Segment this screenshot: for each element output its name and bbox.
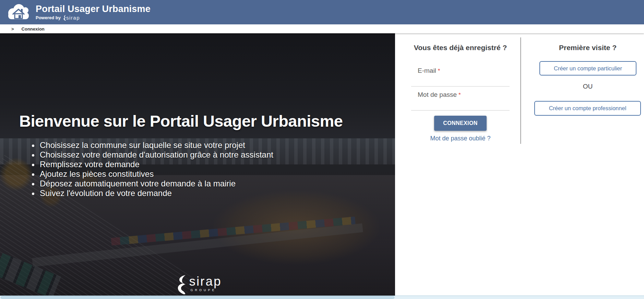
hero-bullet-list: Choisissez la commune sur laquelle se si… — [33, 140, 273, 198]
breadcrumb-item-connexion[interactable]: Connexion — [22, 26, 45, 32]
hero-banner: Bienvenue sur le Portail Usager Urbanism… — [0, 33, 395, 296]
sirap-bird-icon — [173, 275, 187, 294]
sirap-groupe-logo: sirap GROUPE — [173, 275, 222, 294]
sirap-wordmark-small: sirap — [66, 15, 80, 21]
hero-bullet: Déposez automatiquement votre demande à … — [39, 179, 273, 188]
cloud-house-logo-icon — [6, 3, 31, 22]
password-field[interactable] — [411, 100, 510, 111]
app-header: Portail Usager Urbanisme Powered by sira… — [0, 0, 644, 24]
signup-heading: Première visite ? — [539, 44, 636, 52]
header-titles: Portail Usager Urbanisme Powered by sira… — [36, 4, 151, 21]
login-heading: Vous êtes déjà enregistré ? — [411, 44, 510, 52]
breadcrumb: > Connexion — [0, 24, 644, 33]
hero-bullet: Remplissez votre demande — [39, 160, 273, 169]
sirap-wordmark: sirap — [189, 275, 222, 288]
sirap-groupe-label: GROUPE — [190, 288, 222, 292]
email-field[interactable] — [411, 76, 510, 87]
account-panel: Vous êtes déjà enregistré ? E-mail* Mot … — [395, 33, 644, 296]
email-label: E-mail* — [418, 67, 440, 74]
powered-by-label: Powered by — [36, 15, 61, 20]
breadcrumb-separator: > — [11, 26, 14, 32]
create-individual-account-button[interactable]: Créer un compte particulier — [539, 61, 636, 76]
or-separator: OU — [573, 83, 602, 90]
create-professional-account-button[interactable]: Créer un compte professionnel — [534, 101, 641, 116]
hero-bullet: Choisissez la commune sur laquelle se si… — [39, 140, 273, 150]
app-title: Portail Usager Urbanisme — [36, 4, 151, 14]
sirap-logo-small: sirap — [62, 15, 80, 21]
vertical-divider — [521, 37, 521, 144]
forgot-password-link[interactable]: Mot de passe oublié ? — [411, 135, 510, 142]
sirap-bird-icon — [62, 15, 66, 21]
hero-bullet: Choisissez votre demande d'autorisation … — [39, 150, 273, 160]
main-content: Bienvenue sur le Portail Usager Urbanism… — [0, 33, 644, 296]
email-required-asterisk: * — [438, 68, 440, 74]
password-label-text: Mot de passe — [418, 91, 457, 98]
horizontal-scrollbar[interactable] — [0, 296, 644, 299]
hero-bullet: Suivez l'évolution de votre demande — [39, 188, 273, 198]
powered-by-row: Powered by sirap — [36, 15, 151, 21]
email-label-text: E-mail — [418, 67, 436, 74]
horizontal-scrollbar-thumb[interactable] — [1, 296, 394, 299]
hero-bullet: Ajoutez les pièces constitutives — [39, 169, 273, 179]
app-window: Portail Usager Urbanisme Powered by sira… — [0, 0, 644, 299]
password-required-asterisk: * — [458, 92, 461, 98]
connexion-button[interactable]: CONNEXION — [434, 116, 487, 131]
password-label: Mot de passe* — [418, 91, 461, 99]
hero-heading: Bienvenue sur le Portail Usager Urbanism… — [19, 112, 383, 130]
